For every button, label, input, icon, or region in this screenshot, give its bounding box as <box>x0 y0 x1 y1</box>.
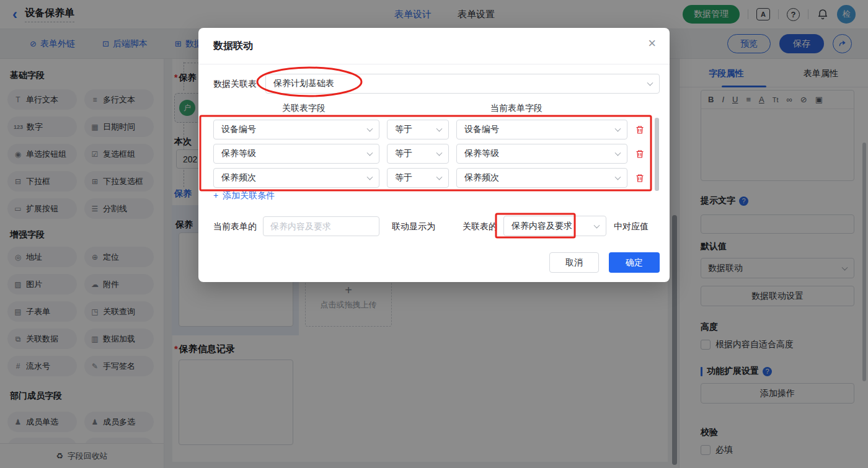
chevron-down-icon <box>436 174 443 180</box>
app-root: ‹ 设备保养单 表单设计 表单设置 数据管理 A ? 检 ⊘ 表单外链 ⊡ 后端… <box>0 0 868 468</box>
select-value: 保养等级 <box>221 148 256 159</box>
corresponding-value-label: 中对应值 <box>614 221 649 232</box>
condition-right-select[interactable]: 保养频次 <box>456 168 627 188</box>
select-value: 保养频次 <box>464 172 499 183</box>
current-field-input[interactable] <box>263 216 379 236</box>
select-value: 保养内容及要求 <box>512 221 572 232</box>
modal-header-divider <box>198 64 670 64</box>
condition-left-select[interactable]: 保养频次 <box>213 168 379 188</box>
linkage-display-label: 联动显示为 <box>392 221 435 232</box>
relation-table-label: 数据关联表 <box>213 79 257 90</box>
chevron-down-icon <box>436 126 443 132</box>
add-condition-link[interactable]: + 添加关联条件 <box>213 190 275 201</box>
modal-scrollbar[interactable] <box>655 118 659 191</box>
close-icon[interactable]: × <box>648 37 656 50</box>
chevron-down-icon <box>594 222 600 228</box>
cancel-button[interactable]: 取消 <box>549 252 599 273</box>
condition-op-select[interactable]: 等于 <box>387 168 449 188</box>
chevron-down-icon <box>367 150 373 156</box>
relation-table-of-label: 关联表的 <box>463 221 497 232</box>
plus-icon: + <box>213 190 218 201</box>
column-header-left: 关联表字段 <box>282 103 326 114</box>
select-value: 等于 <box>395 124 412 135</box>
condition-right-select[interactable]: 设备编号 <box>456 120 627 139</box>
select-value: 设备编号 <box>221 124 256 135</box>
trash-icon[interactable] <box>635 125 645 135</box>
chevron-down-icon <box>436 150 443 156</box>
data-linkage-modal: 数据联动 × 数据关联表 保养计划基础表 关联表字段 当前表单字段 设备编号 等… <box>198 28 670 282</box>
chevron-down-icon <box>615 126 621 132</box>
condition-left-select[interactable]: 设备编号 <box>213 120 379 139</box>
condition-op-select[interactable]: 等于 <box>387 144 449 164</box>
select-value: 保养等级 <box>464 148 499 159</box>
chevron-down-icon <box>647 80 653 86</box>
column-header-right: 当前表单字段 <box>490 103 542 114</box>
current-form-label: 当前表单的 <box>213 221 257 232</box>
select-value: 保养频次 <box>221 172 256 183</box>
select-value: 等于 <box>395 148 412 159</box>
condition-left-select[interactable]: 保养等级 <box>213 144 379 164</box>
select-value: 设备编号 <box>464 124 499 135</box>
trash-icon[interactable] <box>635 173 645 183</box>
linked-field-select[interactable]: 保养内容及要求 <box>503 216 606 236</box>
condition-right-select[interactable]: 保养等级 <box>456 144 627 164</box>
chevron-down-icon <box>367 126 373 132</box>
trash-icon[interactable] <box>635 149 645 159</box>
confirm-button[interactable]: 确定 <box>609 252 660 273</box>
add-condition-label: 添加关联条件 <box>223 190 275 201</box>
select-value: 保养计划基础表 <box>273 78 334 89</box>
chevron-down-icon <box>367 174 373 180</box>
modal-title: 数据联动 <box>213 40 253 53</box>
condition-op-select[interactable]: 等于 <box>387 120 449 139</box>
chevron-down-icon <box>615 150 621 156</box>
select-value: 等于 <box>395 172 412 183</box>
chevron-down-icon <box>615 174 621 180</box>
relation-table-select[interactable]: 保养计划基础表 <box>265 74 660 94</box>
